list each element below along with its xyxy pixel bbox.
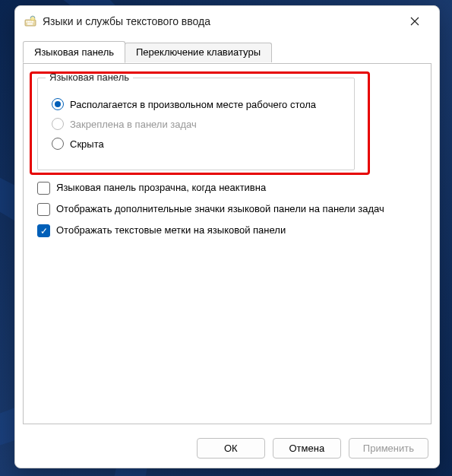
checkbox-label: Языковая панель прозрачна, когда неактив… [56,181,266,195]
checkbox-icon [37,203,50,216]
svg-rect-5 [27,24,33,25]
cancel-button[interactable]: Отмена [273,438,341,459]
checkbox-label: Отображать дополнительные значки языково… [56,202,384,216]
radio-label: Располагается в произвольном месте рабоч… [70,99,316,110]
window-title: Языки и службы текстового ввода [43,15,400,27]
radio-icon [52,118,64,130]
tab-panel: Языковая панель Располагается в произвол… [23,63,431,424]
ok-button[interactable]: ОК [197,438,265,459]
radio-floating[interactable]: Располагается в произвольном месте рабоч… [52,98,340,110]
dialog-footer: ОК Отмена Применить [15,432,439,468]
radio-label: Скрыта [70,138,104,150]
checkbox-transparent[interactable]: Языковая панель прозрачна, когда неактив… [37,181,417,195]
dialog-window: Языки и службы текстового ввода Языковая… [14,5,440,468]
svg-rect-3 [30,21,32,23]
checkbox-text-labels[interactable]: Отображать текстовые метки на языковой п… [37,224,417,237]
svg-rect-0 [25,20,36,26]
radio-docked: Закреплена в панели задач [52,118,340,130]
svg-rect-4 [32,21,33,23]
checkbox-extra-icons[interactable]: Отображать дополнительные значки языково… [37,202,417,216]
tab-keyboard-switch[interactable]: Переключение клавиатуры [125,43,272,62]
close-button[interactable] [400,9,430,33]
app-icon [24,15,36,27]
group-title: Языковая панель [46,71,133,83]
tabs: Языковая панель Переключение клавиатуры [15,36,439,63]
tab-language-bar[interactable]: Языковая панель [23,41,125,63]
apply-button: Применить [349,438,428,459]
radio-hidden[interactable]: Скрыта [52,138,340,150]
radio-label: Закреплена в панели задач [70,119,197,130]
titlebar: Языки и службы текстового ввода [15,6,439,36]
checkbox-label: Отображать текстовые метки на языковой п… [56,224,286,237]
language-bar-group: Языковая панель Располагается в произвол… [37,78,355,170]
radio-icon [52,138,64,150]
radio-icon [52,98,64,110]
close-icon [410,17,419,26]
svg-rect-1 [27,21,28,23]
checkbox-icon [37,224,50,237]
checkbox-icon [37,182,50,195]
svg-rect-2 [28,21,30,23]
